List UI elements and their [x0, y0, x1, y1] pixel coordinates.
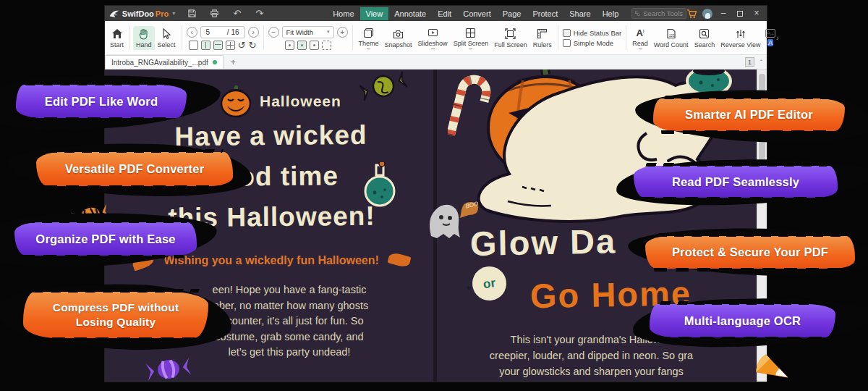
- next-page-button[interactable]: ›: [248, 27, 259, 38]
- start-button[interactable]: Start: [107, 26, 127, 50]
- feature-banner-protect: Protect & Secure Your PDF: [645, 236, 855, 269]
- grid-view-icon[interactable]: [226, 41, 235, 50]
- document-tab[interactable]: Introba_RNGAvailability_...pdf: [105, 55, 224, 69]
- document-tabbar: Introba_RNGAvailability_...pdf + 1 ˆ: [105, 55, 767, 70]
- snapshot-button[interactable]: Snapshot: [382, 26, 415, 50]
- page-navigation-group: ‹ 5 / 16 › ↺ ↻: [185, 26, 260, 50]
- hand-tool-button[interactable]: Hand: [133, 26, 155, 50]
- green-candy-sticker: [359, 71, 407, 101]
- menu-protect[interactable]: Protect: [527, 7, 563, 20]
- minimize-button[interactable]: –: [718, 6, 729, 21]
- purple-candy-sticker: [145, 355, 192, 382]
- dropdown-indicator: [639, 49, 642, 49]
- hand-icon: [137, 28, 150, 41]
- simple-mode-toggle[interactable]: Simple Mode: [563, 39, 622, 47]
- feature-banner-organize: Organize PDF with Ease: [14, 222, 197, 256]
- full-screen-icon: [504, 28, 517, 41]
- marquee-zoom-icon[interactable]: [322, 41, 331, 50]
- menu-help[interactable]: Help: [597, 7, 625, 20]
- single-page-view-icon[interactable]: [189, 41, 198, 50]
- candy-corn-sticker: [754, 350, 791, 388]
- fit-width-icon[interactable]: [310, 41, 319, 50]
- zoom-out-button[interactable]: −: [268, 27, 279, 38]
- translate-icon[interactable]: A₊: [765, 29, 776, 38]
- close-button[interactable]: ×: [751, 6, 762, 21]
- split-screen-button[interactable]: Split Screen: [451, 25, 492, 51]
- menu-share[interactable]: Share: [563, 7, 596, 20]
- rulers-button[interactable]: Rulers: [530, 26, 555, 50]
- divider: [263, 25, 264, 50]
- user-icon: [705, 13, 710, 19]
- new-tab-button[interactable]: +: [231, 57, 236, 67]
- feature-banner-compress: Compress PDF without Losing Quality: [23, 292, 208, 338]
- menu-page[interactable]: Page: [497, 7, 527, 20]
- search-tools-input[interactable]: Search Tools: [631, 8, 686, 19]
- hide-status-bar-toggle[interactable]: Hide Status Bar: [563, 29, 622, 37]
- fit-page-icon[interactable]: [297, 41, 307, 50]
- divider: [129, 25, 130, 50]
- window-count-badge[interactable]: 1: [745, 57, 754, 67]
- word-count-button[interactable]: 123 Word Count: [651, 26, 692, 50]
- simple-mode-icon: [563, 39, 571, 47]
- snapshot-icon: [392, 28, 405, 41]
- two-page-view-icon[interactable]: [201, 41, 210, 50]
- reverse-view-icon: [734, 28, 747, 41]
- undo-icon[interactable]: ↶: [232, 8, 242, 19]
- select-tool-button[interactable]: Select: [155, 26, 179, 50]
- feature-banner-edit: Edit PDF Like Word: [16, 85, 187, 118]
- view-toggles: Hide Status Bar Simple Mode: [561, 29, 624, 47]
- feature-banner-convert: Versatile PDF Converter: [36, 152, 233, 186]
- menu-home[interactable]: Home: [327, 7, 359, 20]
- previous-page-button[interactable]: ‹: [187, 27, 197, 38]
- full-screen-button[interactable]: Full Screen: [491, 26, 530, 50]
- cursor-icon: [160, 28, 173, 41]
- tab-list-caret-icon[interactable]: ˆ: [760, 59, 762, 66]
- status-bar-icon: [563, 29, 571, 37]
- book-view-icon[interactable]: [213, 41, 223, 50]
- word-count-badge: 123: [669, 34, 675, 38]
- dropdown-indicator: [431, 49, 435, 49]
- zoom-value: Fit Width: [286, 28, 313, 36]
- actual-size-icon[interactable]: [285, 41, 294, 50]
- translate-alt-icon[interactable]: A: [767, 39, 773, 46]
- divider: [182, 25, 182, 50]
- menu-view[interactable]: View: [360, 7, 389, 20]
- feature-banner-ai-editor: Smarter AI PDF Editor: [653, 98, 845, 131]
- rotate-right-icon[interactable]: ↻: [249, 41, 257, 50]
- menu-annotate[interactable]: Annotate: [388, 7, 432, 20]
- zoom-level-select[interactable]: Fit Width ▾: [282, 26, 334, 38]
- page-number-input[interactable]: 5 / 16: [200, 26, 245, 38]
- zoom-in-button[interactable]: +: [337, 27, 348, 38]
- read-aloud-icon: A⁾: [634, 26, 647, 39]
- theme-button[interactable]: Theme: [356, 25, 382, 51]
- save-icon[interactable]: [187, 8, 197, 19]
- print-icon[interactable]: [210, 8, 219, 19]
- feature-banner-read: Read PDF Seamlessly: [634, 166, 838, 198]
- redo-icon[interactable]: ↷: [255, 8, 264, 19]
- app-menu-caret-icon[interactable]: ▾: [172, 10, 175, 17]
- divider: [352, 25, 353, 50]
- cart-icon[interactable]: [686, 9, 697, 19]
- menu-convert[interactable]: Convert: [457, 7, 497, 20]
- app-edition: Pro: [156, 9, 169, 18]
- zoom-caret-icon: ▾: [327, 29, 330, 35]
- toolbar-expand-chevron[interactable]: ›: [776, 33, 779, 42]
- account-avatar[interactable]: [702, 9, 712, 19]
- word-count-icon: 123: [665, 28, 678, 41]
- dropdown-indicator: [469, 49, 472, 49]
- rotate-left-icon[interactable]: ↺: [238, 41, 246, 50]
- view-toolbar: Start Hand Select ‹ 5: [105, 21, 767, 55]
- titlebar: SwifDooPro ▾ ↶ ↷ Home View Annotate Edit…: [105, 6, 767, 21]
- slideshow-button[interactable]: Slideshow: [415, 25, 451, 51]
- maximize-icon: [737, 11, 743, 17]
- marketing-composition: SwifDooPro ▾ ↶ ↷ Home View Annotate Edit…: [0, 0, 868, 391]
- maximize-button[interactable]: [734, 7, 746, 21]
- poster-brand: Halloween: [219, 84, 341, 119]
- menu-edit[interactable]: Edit: [432, 7, 457, 20]
- toolbar-overflow: A₊ A: [765, 29, 776, 46]
- poster-brand-word: Halloween: [260, 93, 341, 110]
- search-tools-icon: [635, 10, 640, 17]
- reverse-view-button[interactable]: Reverse View: [718, 26, 763, 50]
- search-button[interactable]: Search: [692, 26, 718, 50]
- read-button[interactable]: A⁾ Read: [629, 25, 651, 51]
